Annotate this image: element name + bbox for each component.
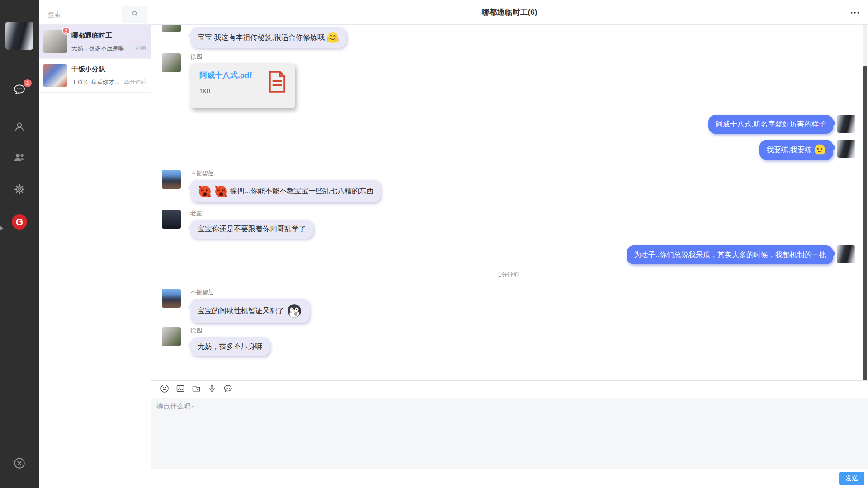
image-button[interactable]	[175, 384, 186, 395]
group-icon	[13, 150, 26, 166]
message-bubble[interactable]: 阿威十八式,听名字就好厉害的样子	[708, 115, 833, 134]
message-row: 阿威十八式,听名字就好厉害的样子	[162, 115, 855, 134]
message-row: 不摇碧莲宝宝的间歇性机智证又犯了	[162, 289, 855, 323]
scrollbar-thumb[interactable]	[863, 66, 867, 380]
collapse-arrow-icon[interactable]	[0, 226, 3, 230]
folder-button[interactable]	[191, 384, 202, 395]
microphone-button[interactable]	[207, 384, 217, 395]
message-row: 老孟宝宝你还是不要跟着你四哥乱学了	[162, 210, 855, 239]
conversation-row[interactable]: 干饭小分队王道长,我看你才…26分钟前	[39, 59, 151, 93]
message-row: 不摇碧莲 徐四...你能不能不教宝宝一些乱七八糟的东西	[162, 170, 855, 202]
message-text: 阿威十八式,听名字就好厉害的样子	[716, 119, 826, 130]
chat-history-button[interactable]	[222, 384, 233, 395]
chat-list-panel: 2哪都通临时工无妨，技多不压身嘛刚刚干饭小分队王道长,我看你才…26分钟前	[39, 0, 151, 488]
close-session-button[interactable]	[11, 456, 28, 472]
message-text: 宝宝的间歇性机智证又犯了	[198, 305, 284, 316]
emoji-picker-icon	[160, 384, 170, 395]
sidebar-item-settings[interactable]	[11, 182, 28, 198]
chat-title: 哪都通临时工(6)	[482, 7, 538, 18]
message-bubble[interactable]: 我要练,我要练	[760, 140, 833, 160]
sidebar-item-contacts[interactable]	[11, 120, 28, 136]
melting-face-emoji	[814, 144, 826, 156]
message-avatar[interactable]	[837, 140, 855, 158]
message-content: 为啥子..你们总说我呆瓜，其实大多的时候，我都机制的一批	[627, 245, 833, 264]
conversation-title: 干饭小分队	[71, 65, 146, 74]
message-list: 宝宝 我这有本祖传秘笈,很适合你修炼哦 徐四阿威十八式.pdf1KB阿威十八式,…	[151, 25, 868, 380]
chat-main: 哪都通临时工(6) 宝宝 我这有本祖传秘笈,很适合你修炼哦 徐四阿威十八式.pd…	[151, 0, 868, 488]
conversation-title: 哪都通临时工	[71, 31, 146, 40]
message-content: 阿威十八式,听名字就好厉害的样子	[708, 115, 833, 134]
message-text: 宝宝你还是不要跟着你四哥乱学了	[198, 224, 306, 235]
author-name: 徐四	[190, 53, 202, 61]
emoji-picker-button[interactable]	[159, 384, 170, 395]
message-avatar[interactable]	[162, 53, 181, 72]
message-bubble[interactable]: 宝宝 我这有本祖传秘笈,很适合你修炼哦	[190, 27, 346, 48]
messages-badge: 2	[24, 79, 32, 87]
message-content: 老孟宝宝你还是不要跟着你四哥乱学了	[190, 210, 313, 239]
ellipsis-icon	[850, 8, 860, 16]
file-attachment-info: 阿威十八式.pdf1KB	[199, 71, 252, 94]
sidebar-item-messages[interactable]: 2	[11, 82, 28, 99]
message-bubble[interactable]: 宝宝的间歇性机智证又犯了	[190, 299, 310, 323]
user-avatar[interactable]	[5, 22, 33, 50]
message-bubble[interactable]: 为啥子..你们总说我呆瓜，其实大多的时候，我都机制的一批	[627, 245, 833, 264]
message-bubble[interactable]: 徐四...你能不能不教宝宝一些乱七八糟的东西	[190, 180, 381, 202]
search-group	[42, 6, 147, 23]
search-area	[39, 0, 151, 25]
message-content: 不摇碧莲宝宝的间歇性机智证又犯了	[190, 289, 310, 323]
composer-toolbar	[151, 380, 868, 398]
message-text: 无妨，技多不压身嘛	[198, 341, 263, 352]
conversation-last-message: 无妨，技多不压身嘛	[71, 44, 133, 52]
file-attachment-card[interactable]: 阿威十八式.pdf1KB	[190, 63, 295, 108]
pdf-document-icon	[268, 71, 286, 94]
search-icon	[131, 9, 139, 19]
conversation-subtitle: 无妨，技多不压身嘛刚刚	[71, 44, 146, 52]
person-icon	[13, 121, 26, 135]
message-text: 徐四...你能不能不教宝宝一些乱七八糟的东西	[230, 186, 373, 197]
sidebar-item-groups[interactable]	[11, 150, 28, 166]
message-avatar[interactable]	[837, 245, 855, 263]
file-size: 1KB	[199, 88, 252, 94]
message-text: 我要练,我要练	[767, 145, 812, 155]
message-row: 我要练,我要练	[162, 140, 855, 160]
message-text: 宝宝 我这有本祖传秘笈,很适合你修炼哦	[198, 32, 325, 43]
message-timestamp: 1分钟前	[162, 271, 855, 279]
logo-letter: G	[16, 216, 23, 227]
microphone-icon	[207, 384, 217, 395]
message-row: 徐四无妨，技多不压身嘛	[162, 327, 855, 356]
message-avatar[interactable]	[162, 25, 181, 32]
message-content: 徐四阿威十八式.pdf1KB	[190, 53, 295, 108]
message-avatar[interactable]	[162, 210, 181, 229]
conversation-row[interactable]: 2哪都通临时工无妨，技多不压身嘛刚刚	[39, 25, 151, 59]
search-button[interactable]	[122, 6, 147, 23]
chat-header: 哪都通临时工(6)	[151, 0, 868, 25]
message-bubble[interactable]: 宝宝你还是不要跟着你四哥乱学了	[190, 220, 313, 239]
message-content: 宝宝 我这有本祖传秘笈,很适合你修炼哦	[190, 27, 346, 48]
chat-history-icon	[223, 384, 233, 395]
image-icon	[175, 384, 185, 395]
message-row: 宝宝 我这有本祖传秘笈,很适合你修炼哦	[162, 27, 855, 48]
close-circle-icon	[13, 456, 26, 472]
message-content: 徐四无妨，技多不压身嘛	[190, 327, 270, 356]
message-avatar[interactable]	[837, 115, 855, 133]
more-options-button[interactable]	[849, 8, 861, 17]
conversation-time: 刚刚	[135, 44, 146, 52]
message-avatar[interactable]	[162, 327, 181, 346]
gear-icon	[13, 183, 26, 197]
conversation-list: 2哪都通临时工无妨，技多不压身嘛刚刚干饭小分队王道长,我看你才…26分钟前	[39, 25, 151, 93]
conversation-subtitle: 王道长,我看你才…26分钟前	[71, 78, 146, 86]
message-input[interactable]	[151, 398, 868, 469]
search-input[interactable]	[42, 6, 122, 23]
rage-face-emoji	[214, 184, 228, 198]
conversation-info: 干饭小分队王道长,我看你才…26分钟前	[71, 65, 146, 86]
message-bubble[interactable]: 无妨，技多不压身嘛	[190, 337, 270, 356]
gitee-logo[interactable]: G	[12, 214, 27, 230]
message-avatar[interactable]	[162, 170, 181, 189]
conversation-last-message: 王道长,我看你才…	[71, 78, 122, 86]
message-text: 为啥子..你们总说我呆瓜，其实大多的时候，我都机制的一批	[634, 249, 826, 260]
conversation-info: 哪都通临时工无妨，技多不压身嘛刚刚	[71, 31, 146, 52]
author-name: 老孟	[190, 210, 202, 217]
send-button[interactable]: 发送	[839, 472, 864, 485]
message-avatar[interactable]	[162, 289, 181, 308]
app-window: 2 G	[0, 0, 868, 488]
